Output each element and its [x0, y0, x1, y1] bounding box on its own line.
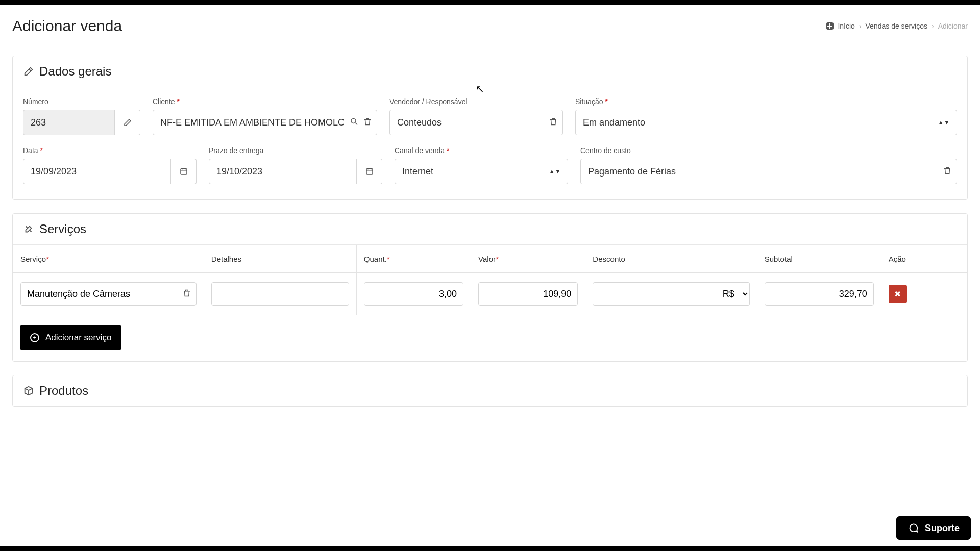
prazo-input[interactable] [209, 159, 357, 184]
trash-icon [943, 166, 952, 176]
cliente-search-button[interactable] [350, 117, 359, 128]
panel-general: Dados gerais Número Cliente [12, 56, 968, 200]
subtotal-output [765, 282, 874, 306]
panel-services: Serviços Serviço* Detalhes Quant.* Valor… [12, 213, 968, 362]
svg-point-0 [351, 119, 356, 123]
valor-input[interactable] [478, 282, 578, 306]
detalhes-input[interactable] [211, 282, 349, 306]
edit-icon [23, 66, 34, 77]
vendedor-input[interactable] [389, 110, 563, 135]
tools-icon [23, 223, 34, 235]
data-calendar-button[interactable] [171, 159, 197, 184]
panel-products-title: Produtos [39, 384, 88, 398]
calendar-icon [179, 167, 188, 176]
panel-general-title: Dados gerais [39, 64, 111, 79]
panel-products: Produtos [12, 375, 968, 407]
breadcrumb-sep: › [932, 22, 934, 30]
add-service-button[interactable]: + Adicionar serviço [20, 325, 121, 350]
dashboard-icon [826, 22, 834, 30]
calendar-icon [365, 167, 374, 176]
breadcrumb-home[interactable]: Início [838, 22, 854, 30]
numero-edit-button[interactable] [115, 110, 140, 135]
label-centro: Centro de custo [580, 146, 957, 155]
th-detalhes: Detalhes [204, 245, 356, 273]
close-icon: ✖ [894, 289, 901, 299]
delete-row-button[interactable]: ✖ [889, 285, 907, 303]
centro-input[interactable] [580, 159, 957, 184]
cliente-clear-button[interactable] [363, 117, 372, 128]
label-data: Data * [23, 146, 197, 155]
label-prazo: Prazo de entrega [209, 146, 382, 155]
th-valor: Valor* [471, 245, 585, 273]
quant-input[interactable] [364, 282, 463, 306]
trash-icon [549, 117, 558, 127]
desconto-input[interactable] [593, 282, 714, 306]
breadcrumb-sep: › [859, 22, 862, 30]
prazo-calendar-button[interactable] [357, 159, 382, 184]
page-title: Adicionar venda [12, 17, 122, 35]
panel-services-title: Serviços [39, 222, 86, 236]
th-acao: Ação [881, 245, 967, 273]
trash-icon [182, 289, 191, 298]
trash-icon [363, 117, 372, 127]
label-numero: Número [23, 97, 140, 106]
label-canal: Canal de venda * [395, 146, 568, 155]
breadcrumb: Início › Vendas de serviços › Adicionar [826, 22, 968, 30]
plus-circle-icon: + [30, 333, 39, 342]
cube-icon [23, 385, 34, 396]
svg-rect-1 [181, 169, 187, 174]
th-servico: Serviço* [13, 245, 204, 273]
canal-select[interactable]: Internet [395, 159, 568, 184]
cliente-input[interactable] [153, 110, 377, 135]
label-situacao: Situação * [575, 97, 957, 106]
desconto-unit-select[interactable]: R$ [714, 282, 750, 306]
situacao-select[interactable]: Em andamento [575, 110, 957, 135]
th-desconto: Desconto [585, 245, 757, 273]
centro-clear-button[interactable] [943, 166, 952, 177]
label-cliente: Cliente * [153, 97, 377, 106]
search-icon [350, 117, 359, 127]
svg-rect-2 [366, 169, 373, 174]
th-subtotal: Subtotal [757, 245, 881, 273]
table-row: R$ ✖ [13, 273, 967, 315]
label-vendedor: Vendedor / Responsável [389, 97, 563, 106]
servico-input[interactable] [20, 282, 197, 306]
data-input[interactable] [23, 159, 171, 184]
services-table: Serviço* Detalhes Quant.* Valor* Descont… [13, 245, 967, 315]
numero-input [23, 110, 115, 135]
vendedor-clear-button[interactable] [549, 117, 558, 128]
breadcrumb-section[interactable]: Vendas de serviços [866, 22, 927, 30]
pencil-icon [123, 118, 132, 127]
breadcrumb-current: Adicionar [938, 22, 968, 30]
th-quant: Quant.* [356, 245, 471, 273]
servico-clear-button[interactable] [182, 289, 191, 299]
